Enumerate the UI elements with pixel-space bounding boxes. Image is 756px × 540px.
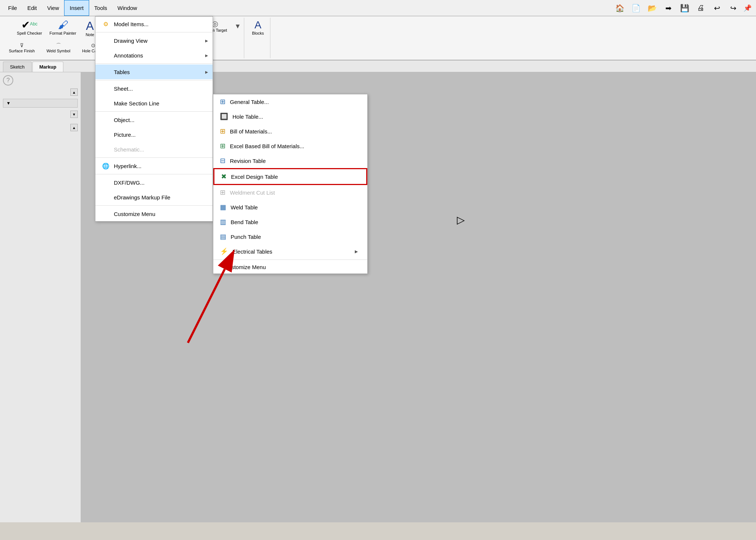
- submenu-electrical-tables[interactable]: ⚡ Electrical Tables ▶: [213, 244, 367, 259]
- insert-dropdown-menu: ⚙ Model Items... Drawing View Annotation…: [95, 16, 213, 222]
- drawing-view-icon: [101, 36, 110, 45]
- tab-sketch[interactable]: Sketch: [3, 62, 32, 72]
- menu-schematic: Schematic...: [95, 142, 213, 157]
- customize-icon: [101, 209, 110, 218]
- help-icon[interactable]: ?: [3, 75, 13, 86]
- submenu-bom[interactable]: ⊞ Bill of Materials...: [213, 124, 367, 139]
- toolbar-arrow-right-icon[interactable]: ➡: [661, 1, 676, 15]
- ribbon-dropdown-arrow[interactable]: ▼: [234, 18, 241, 34]
- sidebar-dropdown[interactable]: ▼: [3, 99, 78, 108]
- submenu-excel-bom[interactable]: ⊞ Excel Based Bill of Materials...: [213, 139, 367, 153]
- menu-customize[interactable]: Customize Menu: [95, 206, 213, 221]
- menu-sheet[interactable]: Sheet...: [95, 81, 213, 96]
- model-items-icon: ⚙: [101, 20, 110, 28]
- menu-tools[interactable]: Tools: [89, 0, 112, 16]
- bend-table-icon: ▥: [220, 218, 226, 226]
- menu-dxf[interactable]: DXF/DWG...: [95, 175, 213, 190]
- electrical-submenu-arrow: ▶: [355, 249, 358, 254]
- tables-icon: [101, 67, 110, 76]
- surface-finish-icon: ⊽: [20, 43, 24, 48]
- menu-view[interactable]: View: [42, 0, 64, 16]
- sep-7: [95, 205, 213, 206]
- submenu-weldment: ⊞ Weldment Cut List: [213, 185, 367, 200]
- menu-edit[interactable]: Edit: [22, 0, 42, 16]
- toolbar-newdoc-icon[interactable]: 📄: [629, 1, 643, 15]
- pin-icon: 📌: [743, 4, 752, 12]
- menu-annotations[interactable]: Annotations: [95, 48, 213, 63]
- toolbar-undo-icon[interactable]: ↩: [710, 1, 724, 15]
- menu-picture[interactable]: Picture...: [95, 127, 213, 142]
- tab-markup[interactable]: Markup: [32, 62, 63, 72]
- toolbar-save-icon[interactable]: 💾: [677, 1, 692, 15]
- picture-icon: [101, 130, 110, 139]
- submenu-general-table[interactable]: ⊞ General Table...: [213, 94, 367, 109]
- tables-submenu-sep: [213, 259, 367, 260]
- sep-2: [95, 63, 213, 64]
- tables-submenu: ⊞ General Table... 🔲 Hole Table... ⊞ Bil…: [213, 94, 368, 274]
- note-icon: A: [86, 20, 94, 32]
- toolbar-print-icon[interactable]: 🖨: [693, 1, 708, 15]
- hyperlink-icon: 🌐: [101, 161, 110, 170]
- schematic-icon: [101, 145, 110, 154]
- format-painter-button[interactable]: 🖌 Format Painter: [46, 18, 79, 37]
- toolbar-home-icon[interactable]: 🏠: [612, 1, 627, 15]
- sep-5: [95, 157, 213, 158]
- sidebar: ? ▲ ▼ ▼ ▲: [0, 72, 81, 522]
- weldment-icon: ⊞: [220, 188, 225, 196]
- menu-model-items[interactable]: ⚙ Model Items...: [95, 17, 213, 31]
- weld-symbol-icon: ⌒: [56, 43, 61, 48]
- weld-symbol-button[interactable]: ⌒ Weld Symbol: [43, 41, 73, 55]
- menu-drawing-view[interactable]: Drawing View: [95, 33, 213, 48]
- submenu-bend-table[interactable]: ▥ Bend Table: [213, 215, 367, 229]
- menu-hyperlink[interactable]: 🌐 Hyperlink...: [95, 158, 213, 173]
- submenu-punch-table[interactable]: ▤ Punch Table: [213, 229, 367, 244]
- electrical-tables-icon: ⚡: [220, 247, 228, 255]
- sep-1: [95, 32, 213, 32]
- menu-edrawings[interactable]: eDrawings Markup File: [95, 190, 213, 205]
- blocks-icon: A: [255, 20, 262, 30]
- format-painter-icon: 🖌: [58, 20, 68, 30]
- ribbon-blocks-group: A Blocks: [246, 18, 270, 58]
- weld-table-icon: ▦: [220, 203, 226, 211]
- section-line-icon: [101, 99, 110, 108]
- menu-tables[interactable]: Tables: [95, 65, 213, 79]
- menu-insert[interactable]: Insert: [64, 0, 89, 16]
- sidebar-dropdown-label: ▼: [6, 101, 11, 106]
- hole-table-icon: 🔲: [220, 112, 228, 121]
- edrawings-icon: [101, 193, 110, 202]
- submenu-revision-table[interactable]: ⊟ Revision Table: [213, 153, 367, 168]
- menu-section-line[interactable]: Make Section Line: [95, 96, 213, 111]
- scroll-up-button-2[interactable]: ▲: [70, 124, 78, 131]
- spell-checker-icon: ✔Abc: [21, 20, 38, 30]
- revision-table-icon: ⊟: [220, 157, 225, 165]
- menu-window[interactable]: Window: [112, 0, 142, 16]
- object-icon: [101, 115, 110, 124]
- submenu-weld-table[interactable]: ▦ Weld Table: [213, 200, 367, 215]
- excel-bom-icon: ⊞: [220, 142, 225, 150]
- dxf-icon: [101, 178, 110, 187]
- sep-4: [95, 111, 213, 112]
- sheet-icon: [101, 84, 110, 93]
- scroll-down-button-1[interactable]: ▼: [70, 111, 78, 118]
- surface-finish-button[interactable]: ⊽ Surface Finish: [6, 41, 38, 55]
- bom-icon: ⊞: [220, 127, 225, 135]
- sep-3: [95, 80, 213, 80]
- submenu-customize-tables[interactable]: Customize Menu: [213, 261, 367, 274]
- blocks-button[interactable]: A Blocks: [249, 18, 267, 37]
- submenu-excel-design-table[interactable]: ✖ Excel Design Table: [213, 168, 367, 185]
- scroll-up-button[interactable]: ▲: [70, 88, 78, 96]
- ribbon-annotations-group: ✔Abc Spell Checker 🖌 Format Painter A No…: [3, 18, 111, 58]
- punch-table-icon: ▤: [220, 233, 226, 241]
- menu-file[interactable]: File: [3, 0, 22, 16]
- menu-object[interactable]: Object...: [95, 112, 213, 127]
- sep-6: [95, 174, 213, 174]
- spell-checker-button[interactable]: ✔Abc Spell Checker: [14, 18, 45, 37]
- menu-bar: File Edit View Insert Tools Window 🏠 📄 📂…: [0, 0, 756, 16]
- submenu-hole-table[interactable]: 🔲 Hole Table...: [213, 109, 367, 124]
- toolbar-redo-icon[interactable]: ↪: [726, 1, 741, 15]
- toolbar-open-icon[interactable]: 📂: [645, 1, 659, 15]
- excel-design-table-icon: ✖: [221, 173, 227, 181]
- annotations-icon: [101, 51, 110, 60]
- general-table-icon: ⊞: [220, 98, 225, 106]
